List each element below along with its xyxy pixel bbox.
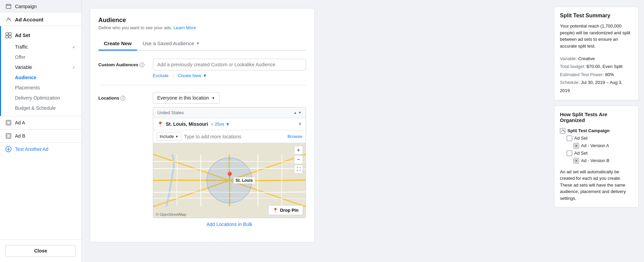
svg-rect-2: [9, 33, 11, 35]
sidebar-ad-set-header[interactable]: Ad Set: [0, 29, 81, 42]
ad-version-b-label: Ad - Version B: [581, 158, 609, 163]
include-arrow: ▼: [175, 135, 178, 138]
campaign-icon: [5, 3, 12, 10]
sidebar-item-placements[interactable]: Placements: [0, 83, 81, 93]
browse-link[interactable]: Browse: [288, 134, 302, 139]
ad-set-b-icon: [567, 151, 572, 156]
custom-audiences-control: Exclude | Create New ▼: [153, 59, 306, 78]
tree-ad-version-b: Ad - Version B: [560, 157, 633, 164]
split-summary-title: Split Test Summary: [560, 13, 633, 19]
tree-ad-version-a: Ad - Version A: [560, 142, 633, 150]
ad-a-label: Ad A: [15, 120, 25, 125]
test-another-section: Test Another Ad: [0, 143, 81, 156]
scroll-up-arrow[interactable]: ▲: [293, 111, 297, 115]
panel-title: Audience: [98, 17, 306, 24]
sidebar-item-variable[interactable]: Variable ✓: [0, 62, 81, 72]
sidebar-item-test-another[interactable]: Test Another Ad: [0, 143, 81, 156]
split-org-title: How Split Tests Are Organized: [560, 111, 633, 123]
create-new-label: Create New: [178, 73, 202, 78]
radius-dropdown-arrow: ▼: [225, 122, 230, 127]
sidebar-item-audience[interactable]: Audience: [0, 72, 81, 83]
sidebar-item-offer[interactable]: Offer: [0, 52, 81, 62]
sidebar-footer: Close: [0, 239, 81, 262]
drop-pin-btn[interactable]: 📍 Drop Pin: [268, 205, 303, 215]
svg-rect-7: [6, 134, 11, 138]
schedule-label: Schedule:: [560, 80, 580, 85]
sidebar-ad-account-label: Ad Account: [15, 17, 44, 22]
tab-create-new[interactable]: Create New: [98, 37, 137, 51]
sidebar-item-budget[interactable]: Budget & Schedule: [0, 103, 81, 113]
budget-row: Total budget: $70.00, Even Split: [560, 63, 633, 70]
map-fullscreen-btn[interactable]: ⛶: [294, 165, 303, 174]
action-separator: |: [173, 73, 174, 78]
tabs: Create New Use a Saved Audience ▼: [98, 37, 306, 51]
location-radius[interactable]: + 25mi ▼: [211, 122, 230, 127]
svg-rect-0: [6, 4, 11, 8]
sidebar-item-ad-account[interactable]: Ad Account: [0, 13, 81, 26]
sidebar-item-ad-a[interactable]: Ad A: [0, 116, 81, 129]
map-zoom-out-btn[interactable]: −: [294, 155, 303, 164]
scroll-down-arrow[interactable]: ▼: [298, 111, 302, 115]
offer-label: Offer: [15, 54, 26, 60]
locations-info-icon[interactable]: i: [120, 96, 125, 101]
tree: Split Test Campaign Ad Set Ad - Version …: [560, 127, 633, 164]
locations-row: Locations i Everyone in this location ▼ …: [98, 92, 306, 227]
custom-audiences-row: Custom Audiences i Exclude | Create New …: [98, 59, 306, 78]
location-dropdown-btn[interactable]: Everyone in this location ▼: [153, 92, 220, 104]
variable-label: Variable: [15, 65, 32, 70]
close-button[interactable]: Close: [5, 245, 76, 257]
sidebar-item-traffic[interactable]: Traffic ✓: [0, 42, 81, 52]
budget-value: $70.00, Even Split: [586, 64, 623, 69]
include-btn[interactable]: Include ▼: [157, 132, 181, 141]
tab-create-new-label: Create New: [104, 40, 132, 46]
ad-set-section: Ad Set Traffic ✓ Offer Variable ✓ Audien…: [0, 26, 81, 116]
variable-label: Variable:: [560, 56, 577, 61]
test-another-label: Test Another Ad: [15, 146, 48, 152]
audience-actions: Exclude | Create New ▼: [153, 73, 306, 78]
placements-label: Placements: [15, 85, 40, 90]
custom-audiences-info-icon[interactable]: i: [140, 63, 144, 67]
learn-more-link[interactable]: Learn More: [173, 25, 196, 30]
location-search-input[interactable]: [184, 134, 285, 139]
exclude-link[interactable]: Exclude: [153, 73, 168, 78]
custom-audiences-input[interactable]: [153, 59, 306, 70]
drop-pin-icon: 📍: [273, 208, 278, 213]
add-locations-link[interactable]: Add Locations in Bulk: [153, 222, 306, 227]
sidebar-item-delivery[interactable]: Delivery Optimization: [0, 93, 81, 103]
custom-audiences-label: Custom Audiences i: [98, 59, 153, 67]
split-summary-text: Your potential reach (1,700,000 people) …: [560, 23, 633, 49]
svg-rect-8: [7, 135, 10, 137]
map-pin: 📍: [225, 172, 234, 180]
map-pin-label: St. Louis: [234, 177, 255, 184]
location-entry-stlouis: 📍 St. Louis, Missouri + 25mi ▼ ×: [153, 118, 306, 130]
campaign-tree-icon: [560, 128, 565, 134]
budget-label-text: Total budget:: [560, 64, 585, 69]
locations-label: Locations i: [98, 92, 153, 101]
ad-a-section: Ad A: [0, 116, 81, 129]
campaign-tree-label: Split Test Campaign: [567, 128, 610, 133]
map-container: 📍 St. Louis © OpenStreetMap + − ⛶ 📍: [153, 143, 306, 218]
right-panel: Split Test Summary Your potential reach …: [549, 0, 644, 262]
svg-rect-13: [576, 145, 577, 146]
sidebar: Campaign Ad Account Ad Set Traffic: [0, 0, 82, 262]
variable-value: Creative: [578, 56, 595, 61]
tab-saved-label: Use a Saved Audience: [143, 40, 194, 46]
location-entry-left: 📍 St. Louis, Missouri + 25mi ▼: [157, 121, 230, 127]
audience-panel: Audience Define who you want to see your…: [90, 8, 315, 242]
sidebar-ad-set-label: Ad Set: [15, 33, 30, 38]
tree-ad-set-b: Ad Set: [560, 150, 633, 157]
ad-b-label: Ad B: [15, 133, 25, 139]
map-copyright: © OpenStreetMap: [156, 212, 186, 216]
sidebar-item-campaign[interactable]: Campaign: [0, 0, 81, 13]
location-remove-icon[interactable]: ×: [299, 121, 302, 127]
create-new-audience-btn[interactable]: Create New ▼: [178, 73, 207, 78]
ad-version-a-label: Ad - Version A: [581, 143, 609, 148]
main-content: Audience Define who you want to see your…: [82, 0, 549, 262]
sidebar-item-ad-b[interactable]: Ad B: [0, 129, 81, 142]
map-zoom-in-btn[interactable]: +: [294, 146, 303, 155]
location-dropdown-label: Everyone in this location: [157, 95, 209, 101]
svg-rect-3: [6, 36, 8, 38]
location-city-name: St. Louis, Missouri: [166, 121, 208, 127]
drop-pin-label: Drop Pin: [280, 208, 299, 213]
tab-saved-audience[interactable]: Use a Saved Audience ▼: [137, 37, 205, 51]
